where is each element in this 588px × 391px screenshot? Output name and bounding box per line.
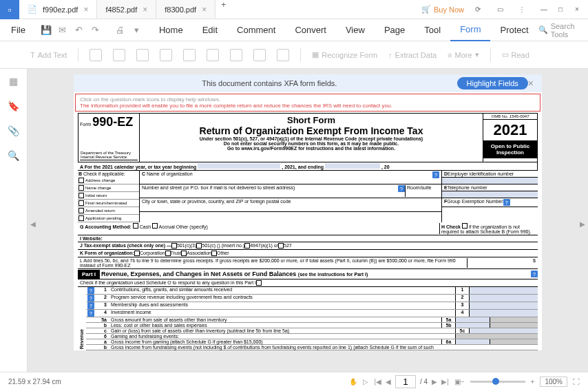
prev-page-arrow[interactable]: ◀: [30, 220, 36, 228]
redo-icon[interactable]: ↷: [89, 23, 103, 37]
help-icon[interactable]: ?: [398, 185, 405, 192]
help-icon[interactable]: ?: [503, 199, 510, 206]
amount-field[interactable]: [455, 323, 490, 328]
city-field[interactable]: City or town, state or province, country…: [140, 198, 441, 212]
tab-protect[interactable]: Protect: [490, 19, 538, 41]
chk-527[interactable]: [278, 243, 284, 249]
next-page-arrow[interactable]: ▶: [580, 220, 585, 228]
field-icon-3[interactable]: [136, 49, 149, 61]
zoom-in-button[interactable]: +: [531, 378, 535, 385]
chk-accrual[interactable]: [152, 223, 158, 229]
xfa-close-button[interactable]: ×: [528, 78, 534, 89]
hand-tool-icon[interactable]: ✋: [349, 378, 357, 385]
amount-field[interactable]: [469, 295, 538, 302]
help-icon[interactable]: ▭: [492, 1, 508, 18]
more-button[interactable]: ≡ More ▾: [448, 50, 479, 59]
close-icon[interactable]: ×: [83, 5, 88, 14]
tab-convert[interactable]: Convert: [285, 19, 336, 41]
chk-assoc[interactable]: [181, 251, 187, 256]
page-input[interactable]: [395, 375, 416, 388]
chk-501c[interactable]: [196, 243, 202, 249]
close-icon[interactable]: ×: [202, 5, 207, 14]
field-icon-9[interactable]: [277, 49, 289, 61]
close-icon[interactable]: ×: [143, 5, 147, 14]
amount-field[interactable]: [455, 317, 490, 322]
chk-cash[interactable]: [133, 223, 138, 229]
chk-amended[interactable]: [78, 208, 84, 213]
ein-field[interactable]: [442, 178, 538, 184]
field-icon-4[interactable]: [160, 49, 172, 61]
year-end-field[interactable]: [325, 163, 380, 169]
read-button[interactable]: ▭ Read: [502, 50, 529, 59]
help-icon[interactable]: ?: [87, 287, 94, 294]
help-icon[interactable]: ?: [87, 302, 94, 309]
add-tab-button[interactable]: +: [216, 0, 231, 19]
next-page-button[interactable]: ▶: [432, 378, 437, 385]
file-menu[interactable]: File: [3, 25, 34, 35]
field-icon-1[interactable]: [90, 49, 102, 61]
help-icon[interactable]: ?: [87, 310, 94, 317]
tab-edit[interactable]: Edit: [193, 19, 227, 41]
tab-home[interactable]: Home: [149, 19, 193, 41]
tab-view[interactable]: View: [336, 19, 375, 41]
chk-501c3[interactable]: [171, 243, 177, 249]
amount-field[interactable]: [469, 302, 538, 309]
refresh-icon[interactable]: ⟳: [470, 1, 486, 18]
tab-comment[interactable]: Comment: [227, 19, 285, 41]
zoom-percent[interactable]: 100%: [540, 377, 567, 387]
highlight-fields-button[interactable]: Highlight Fields: [457, 77, 528, 89]
search-icon[interactable]: 🔍: [7, 149, 21, 162]
tel-field[interactable]: [442, 191, 538, 198]
chk-final[interactable]: [78, 200, 84, 206]
fit-icon[interactable]: ▣: [454, 378, 461, 385]
field-icon-2[interactable]: [113, 49, 125, 61]
extract-data-button[interactable]: ↑ Extract Data: [388, 51, 437, 59]
street-field[interactable]: Number and street (or P.O. box if mail i…: [140, 184, 441, 198]
field-icon-6[interactable]: [207, 49, 219, 61]
chk-address[interactable]: [78, 178, 84, 183]
chk-initial[interactable]: [78, 193, 84, 198]
last-page-button[interactable]: ▶|: [441, 378, 449, 385]
amount-field[interactable]: [469, 328, 538, 333]
thumbnails-icon[interactable]: ▦: [7, 74, 21, 88]
tab-f8300[interactable]: f8300.pdf ×: [156, 0, 216, 19]
close-button[interactable]: ×: [569, 1, 585, 18]
select-tool-icon[interactable]: ▷: [363, 378, 368, 385]
tab-page[interactable]: Page: [375, 19, 414, 41]
save-icon[interactable]: 💾: [39, 23, 53, 37]
help-icon[interactable]: ?: [432, 171, 439, 178]
recognize-form-button[interactable]: ▦ Recognize Form: [312, 50, 377, 59]
undo-icon[interactable]: ↶: [72, 23, 86, 37]
help-icon[interactable]: ?: [531, 271, 538, 277]
dropdown-icon[interactable]: ▾: [130, 23, 144, 37]
amount-field[interactable]: [469, 310, 538, 317]
search-tools[interactable]: 🔍 Search Tools: [538, 22, 583, 39]
chk-4947[interactable]: [244, 243, 250, 249]
field-icon-7[interactable]: [230, 49, 242, 61]
chk-other[interactable]: [211, 251, 217, 256]
fullscreen-icon[interactable]: ⛶: [573, 378, 580, 385]
chk-pending[interactable]: [78, 215, 84, 221]
mail-icon[interactable]: ✉: [56, 23, 70, 37]
bookmarks-icon[interactable]: 🔖: [7, 99, 21, 113]
amount-field[interactable]: [469, 287, 538, 294]
zoom-slider[interactable]: [470, 381, 525, 383]
chk-schedule-o[interactable]: [256, 280, 262, 286]
menu-icon[interactable]: ⋮: [514, 1, 530, 18]
buy-now-button[interactable]: 🛒 Buy Now: [421, 5, 464, 14]
field-icon-8[interactable]: [253, 49, 266, 61]
zoom-out-button[interactable]: −: [461, 378, 465, 385]
tab-f990ez[interactable]: 📄 f990ez.pdf ×: [19, 0, 97, 19]
field-icon-5[interactable]: [183, 49, 196, 61]
minimize-button[interactable]: —: [536, 1, 552, 18]
maximize-button[interactable]: □: [552, 1, 569, 18]
tab-tool[interactable]: Tool: [414, 19, 450, 41]
chk-h[interactable]: [462, 223, 468, 229]
first-page-button[interactable]: |◀: [374, 378, 381, 385]
print-icon[interactable]: 🖨: [114, 23, 127, 37]
add-text-button[interactable]: T Add Text: [30, 51, 67, 59]
attachments-icon[interactable]: 📎: [7, 124, 21, 138]
chk-trust[interactable]: [165, 251, 171, 256]
prev-page-button[interactable]: ◀: [386, 378, 391, 385]
chk-corp[interactable]: [134, 251, 140, 256]
